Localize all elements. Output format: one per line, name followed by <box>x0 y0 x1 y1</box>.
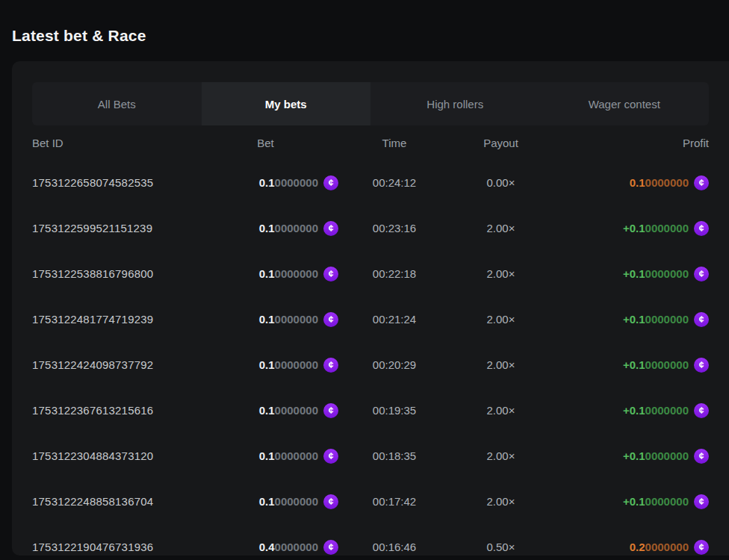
bet-cell: 0.10000000 ¢ <box>193 312 338 327</box>
table-row[interactable]: 1753122304884373120 0.10000000 ¢ 00:18:3… <box>32 433 709 479</box>
tab-my-bets[interactable]: My bets <box>202 82 371 125</box>
bet-amount-zeros: 0000000 <box>275 358 318 371</box>
bet-id-cell: 1753122481774719239 <box>32 313 193 326</box>
profit-amount-main: +0.1 <box>623 449 645 462</box>
profit-cell: +0.10000000 ¢ <box>551 358 709 373</box>
coin-icon: ¢ <box>323 494 338 509</box>
bet-amount-zeros: 0000000 <box>275 404 318 417</box>
profit-cell: +0.10000000 ¢ <box>551 312 709 327</box>
profit-cell: +0.10000000 ¢ <box>551 267 709 281</box>
payout-cell: 2.00× <box>450 358 551 371</box>
table-row[interactable]: 1753122538816796800 0.10000000 ¢ 00:22:1… <box>32 251 709 296</box>
coin-icon: ¢ <box>694 494 709 509</box>
coin-icon: ¢ <box>694 540 709 555</box>
table-header-row: Bet ID Bet Time Payout Profit <box>32 125 709 160</box>
table-row[interactable]: 1753122367613215616 0.10000000 ¢ 00:19:3… <box>32 388 709 433</box>
profit-cell: 0.20000000 ¢ <box>551 540 709 555</box>
latest-bets-panel: All Bets My bets High rollers Wager cont… <box>12 61 729 556</box>
profit-cell: +0.10000000 ¢ <box>551 449 709 464</box>
bet-cell: 0.10000000 ¢ <box>193 403 338 418</box>
bet-amount-main: 0.1 <box>259 176 275 189</box>
time-cell: 00:22:18 <box>338 267 450 280</box>
bet-amount-zeros: 0000000 <box>275 313 318 326</box>
time-cell: 00:24:12 <box>338 176 450 189</box>
coin-icon: ¢ <box>694 312 709 327</box>
payout-cell: 2.00× <box>450 222 551 234</box>
profit-cell: +0.10000000 ¢ <box>551 221 709 236</box>
table-row[interactable]: 1753122190476731936 0.40000000 ¢ 00:16:4… <box>32 524 709 556</box>
coin-icon: ¢ <box>694 267 709 281</box>
table-row[interactable]: 1753122424098737792 0.10000000 ¢ 00:20:2… <box>32 342 709 388</box>
bet-id-cell: 1753122538816796800 <box>32 267 193 280</box>
tab-wager-contest[interactable]: Wager contest <box>540 82 710 125</box>
bet-amount-main: 0.1 <box>259 358 275 371</box>
bets-table-body: 1753122658074582535 0.10000000 ¢ 00:24:1… <box>32 160 709 556</box>
profit-amount-zeros: 0000000 <box>645 267 689 280</box>
profit-amount-zeros: 0000000 <box>645 541 689 553</box>
bet-amount-main: 0.4 <box>259 541 275 553</box>
profit-amount-zeros: 0000000 <box>645 495 689 508</box>
tab-all-bets[interactable]: All Bets <box>32 82 202 125</box>
profit-cell: +0.10000000 ¢ <box>551 403 709 418</box>
time-cell: 00:21:24 <box>338 313 450 326</box>
payout-cell: 2.00× <box>450 495 551 508</box>
bet-amount: 0.10000000 <box>259 222 318 234</box>
profit-amount: +0.10000000 <box>623 222 689 234</box>
header-payout: Payout <box>450 137 551 149</box>
table-row[interactable]: 1753122599521151239 0.10000000 ¢ 00:23:1… <box>32 205 709 251</box>
bet-amount: 0.10000000 <box>259 267 318 280</box>
bet-id-cell: 1753122248858136704 <box>32 495 193 508</box>
coin-icon: ¢ <box>694 358 709 373</box>
header-bet-id: Bet ID <box>32 137 193 149</box>
bet-cell: 0.10000000 ¢ <box>193 449 338 464</box>
profit-amount: +0.10000000 <box>623 404 689 417</box>
coin-icon: ¢ <box>323 540 338 555</box>
bet-cell: 0.10000000 ¢ <box>193 221 338 236</box>
bet-amount: 0.40000000 <box>259 541 318 553</box>
profit-amount-main: 0.1 <box>630 176 645 189</box>
profit-amount: 0.20000000 <box>630 541 689 553</box>
bet-amount: 0.10000000 <box>259 404 318 417</box>
coin-icon: ¢ <box>694 449 709 464</box>
profit-amount-main: +0.1 <box>623 495 645 508</box>
coin-icon: ¢ <box>323 358 338 373</box>
coin-icon: ¢ <box>323 312 338 327</box>
table-row[interactable]: 1753122481774719239 0.10000000 ¢ 00:21:2… <box>32 296 709 342</box>
page-title: Latest bet & Race <box>12 27 146 45</box>
profit-amount-main: +0.1 <box>623 222 645 234</box>
payout-cell: 0.50× <box>450 541 551 553</box>
bet-amount-zeros: 0000000 <box>275 222 318 234</box>
bet-amount-main: 0.1 <box>259 267 275 280</box>
bet-cell: 0.10000000 ¢ <box>193 494 338 509</box>
bet-amount: 0.10000000 <box>259 449 318 462</box>
bet-amount-main: 0.1 <box>259 449 275 462</box>
profit-amount: +0.10000000 <box>623 267 689 280</box>
bet-amount: 0.10000000 <box>259 495 318 508</box>
profit-amount: +0.10000000 <box>623 313 689 326</box>
bet-cell: 0.10000000 ¢ <box>193 175 338 190</box>
profit-amount-main: +0.1 <box>623 313 645 326</box>
coin-icon: ¢ <box>323 175 338 190</box>
table-row[interactable]: 1753122658074582535 0.10000000 ¢ 00:24:1… <box>32 160 709 205</box>
payout-cell: 2.00× <box>450 404 551 417</box>
bet-amount-main: 0.1 <box>259 313 275 326</box>
bet-amount-zeros: 0000000 <box>275 449 318 462</box>
payout-cell: 2.00× <box>450 267 551 280</box>
time-cell: 00:18:35 <box>338 449 450 462</box>
payout-cell: 0.00× <box>450 176 551 189</box>
bet-amount-zeros: 0000000 <box>275 267 318 280</box>
bet-amount-main: 0.1 <box>259 404 275 417</box>
bet-id-cell: 1753122304884373120 <box>32 449 193 462</box>
bet-amount: 0.10000000 <box>259 358 318 371</box>
coin-icon: ¢ <box>323 449 338 464</box>
bet-amount: 0.10000000 <box>259 176 318 189</box>
profit-amount: +0.10000000 <box>623 358 689 371</box>
table-row[interactable]: 1753122248858136704 0.10000000 ¢ 00:17:4… <box>32 479 709 524</box>
bet-cell: 0.40000000 ¢ <box>193 540 338 555</box>
profit-cell: 0.10000000 ¢ <box>551 175 709 190</box>
coin-icon: ¢ <box>323 403 338 418</box>
header-bet: Bet <box>193 137 338 149</box>
tab-high-rollers[interactable]: High rollers <box>370 82 540 125</box>
profit-amount-main: +0.1 <box>623 404 645 417</box>
profit-amount: +0.10000000 <box>623 449 689 462</box>
